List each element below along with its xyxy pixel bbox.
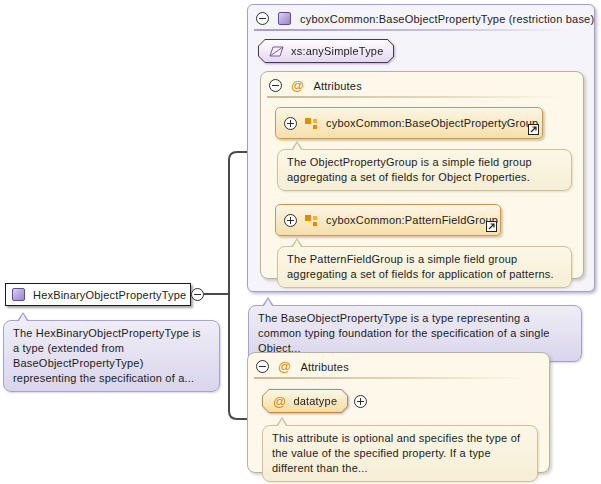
attributes-header-label: Attributes: [313, 80, 361, 92]
complex-type-icon: [278, 12, 291, 25]
simple-type-badge[interactable]: xs:anySimpleType: [258, 39, 394, 63]
simple-type-label: xs:anySimpleType: [291, 45, 383, 57]
attribute-group-icon: [305, 214, 318, 227]
collapse-toggle-element[interactable]: [191, 288, 204, 301]
element-description-text: The HexBinaryObjectPropertyType is a typ…: [13, 327, 201, 384]
attribute-group-icon: [305, 117, 318, 130]
group-description-callout: The ObjectPropertyGroup is a simple fiel…: [277, 149, 572, 191]
simple-type-icon: [269, 45, 284, 58]
base-type-panel-header: cyboxCommon:BaseObjectPropertyType (rest…: [248, 5, 594, 25]
at-icon: @: [291, 79, 304, 92]
collapse-toggle-attributes-panel[interactable]: [256, 360, 269, 373]
datatype-attribute-label: datatype: [293, 395, 337, 407]
attributes-panel-header-label: Attributes: [300, 361, 348, 373]
base-type-panel: cyboxCommon:BaseObjectPropertyType (rest…: [247, 4, 595, 292]
base-type-panel-title: cyboxCommon:BaseObjectPropertyType (rest…: [300, 13, 594, 25]
datatype-description-text: This attribute is optional and specifies…: [272, 432, 520, 474]
group-label: cyboxCommon:BaseObjectPropertyGroup: [326, 117, 538, 129]
datatype-description-callout: This attribute is optional and specifies…: [262, 425, 538, 482]
attributes-panel-header: @ Attributes: [248, 353, 549, 373]
attributes-panel-separator: [254, 377, 543, 379]
expand-toggle-group1[interactable]: [284, 117, 297, 130]
group-description-text: The ObjectPropertyGroup is a simple fiel…: [287, 156, 532, 183]
attributes-section-header: @ Attributes: [261, 72, 583, 92]
navigate-icon[interactable]: [528, 124, 539, 135]
navigate-icon[interactable]: [486, 221, 497, 232]
collapse-toggle-attributes[interactable]: [269, 79, 282, 92]
element-box-hexbinary[interactable]: HexBinaryObjectPropertyType: [5, 283, 191, 306]
type-icon: [12, 288, 25, 301]
schema-diagram-canvas: HexBinaryObjectPropertyType The HexBinar…: [0, 0, 601, 484]
attributes-separator: [267, 96, 577, 98]
base-type-description-text: The BaseObjectPropertyType is a type rep…: [258, 312, 550, 354]
element-label: HexBinaryObjectPropertyType: [33, 289, 186, 301]
attributes-section: @ Attributes cyboxCommon:BaseObjectPrope…: [260, 71, 584, 279]
group-description-text: The PatternFieldGroup is a simple field …: [287, 253, 554, 280]
header-separator: [254, 29, 588, 31]
group-box-baseobjectpropertygroup[interactable]: cyboxCommon:BaseObjectPropertyGroup: [275, 107, 543, 139]
expand-toggle-group2[interactable]: [284, 214, 297, 227]
at-icon: @: [278, 360, 291, 373]
attributes-panel: @ Attributes @ datatype This attribute i…: [247, 352, 550, 473]
group-label: cyboxCommon:PatternFieldGroup: [326, 214, 498, 226]
group-box-patternfieldgroup[interactable]: cyboxCommon:PatternFieldGroup: [275, 204, 501, 236]
group-description-callout: The PatternFieldGroup is a simple field …: [277, 246, 572, 288]
at-icon: @: [273, 395, 286, 408]
element-description-callout: The HexBinaryObjectPropertyType is a typ…: [3, 320, 220, 392]
datatype-attribute-badge[interactable]: @ datatype: [262, 389, 348, 413]
collapse-toggle-base-panel[interactable]: [256, 12, 269, 25]
expand-toggle-datatype[interactable]: [354, 395, 367, 408]
